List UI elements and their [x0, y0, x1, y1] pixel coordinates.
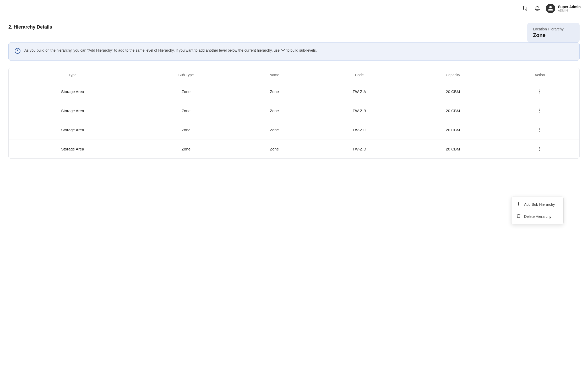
svg-point-6 [539, 112, 540, 112]
location-hierarchy-badge: Location Hierarchy Zone [527, 23, 580, 42]
action-menu-button[interactable] [535, 126, 545, 133]
main-content: Location Hierarchy Zone 2. Hierarchy Det… [0, 17, 588, 166]
badge-value: Zone [533, 32, 572, 38]
cell-sub-type: Zone [137, 101, 236, 120]
cell-code: TW-Z.B [313, 101, 406, 120]
svg-point-10 [539, 147, 540, 148]
info-text: As you build on the hierarchy, you can "… [24, 47, 317, 53]
svg-point-2 [539, 91, 540, 92]
table-row: Storage AreaZoneZoneTW-Z.A20 CBM [9, 82, 579, 101]
cell-action [500, 120, 579, 139]
svg-point-12 [539, 150, 540, 151]
col-type: Type [9, 68, 137, 82]
delete-hierarchy-item[interactable]: Delete Hierarchy [511, 210, 563, 223]
user-info: Super Admin ADMIN [546, 4, 581, 13]
user-name: Super Admin [558, 5, 581, 9]
cell-capacity: 20 CBM [406, 120, 500, 139]
cell-name: Zone [236, 120, 313, 139]
cell-action [500, 101, 579, 120]
cell-capacity: 20 CBM [406, 82, 500, 101]
trash-icon [516, 214, 521, 219]
svg-point-5 [539, 110, 540, 111]
cell-name: Zone [236, 82, 313, 101]
top-bar-icons: Super Admin ADMIN [521, 4, 581, 13]
action-menu-button[interactable] [535, 145, 545, 153]
info-box: As you build on the hierarchy, you can "… [8, 42, 580, 61]
person-icon [548, 6, 553, 11]
transfer-icon [522, 5, 528, 12]
bell-icon [534, 5, 541, 12]
transfer-icon-button[interactable] [521, 4, 529, 13]
cell-action [500, 82, 579, 101]
user-text: Super Admin ADMIN [558, 5, 581, 12]
svg-point-4 [539, 109, 540, 110]
hierarchy-table: Type Sub Type Name Code Capacity Action … [9, 68, 579, 158]
bell-icon-button[interactable] [533, 4, 542, 13]
col-code: Code [313, 68, 406, 82]
cell-action [500, 139, 579, 159]
cell-sub-type: Zone [137, 120, 236, 139]
col-name: Name [236, 68, 313, 82]
cell-name: Zone [236, 139, 313, 159]
top-bar: Super Admin ADMIN [0, 0, 588, 17]
cell-capacity: 20 CBM [406, 139, 500, 159]
svg-point-7 [539, 128, 540, 129]
add-icon [516, 202, 521, 207]
user-role: ADMIN [558, 9, 581, 12]
col-action: Action [500, 68, 579, 82]
badge-label: Location Hierarchy [533, 27, 572, 31]
cell-sub-type: Zone [137, 82, 236, 101]
svg-point-3 [539, 93, 540, 93]
action-menu-button[interactable] [535, 107, 545, 114]
cell-type: Storage Area [9, 82, 137, 101]
cell-code: TW-Z.D [313, 139, 406, 159]
cell-name: Zone [236, 101, 313, 120]
table-row: Storage AreaZoneZoneTW-Z.C20 CBM [9, 120, 579, 139]
cell-type: Storage Area [9, 120, 137, 139]
table-header-row: Type Sub Type Name Code Capacity Action [9, 68, 579, 82]
action-dropdown-menu: Add Sub Hierarchy Delete Hierarchy [511, 197, 564, 224]
add-sub-hierarchy-label: Add Sub Hierarchy [524, 202, 555, 207]
cell-code: TW-Z.C [313, 120, 406, 139]
delete-hierarchy-label: Delete Hierarchy [524, 214, 551, 219]
info-icon [14, 48, 21, 56]
cell-type: Storage Area [9, 139, 137, 159]
hierarchy-table-wrapper: Type Sub Type Name Code Capacity Action … [8, 68, 580, 159]
col-sub-type: Sub Type [137, 68, 236, 82]
svg-point-11 [539, 148, 540, 149]
cell-type: Storage Area [9, 101, 137, 120]
table-row: Storage AreaZoneZoneTW-Z.B20 CBM [9, 101, 579, 120]
col-capacity: Capacity [406, 68, 500, 82]
avatar [546, 4, 555, 13]
page-title: 2. Hierarchy Details [8, 24, 580, 30]
add-sub-hierarchy-item[interactable]: Add Sub Hierarchy [511, 198, 563, 210]
svg-point-8 [539, 129, 540, 130]
cell-sub-type: Zone [137, 139, 236, 159]
table-row: Storage AreaZoneZoneTW-Z.D20 CBM [9, 139, 579, 159]
cell-code: TW-Z.A [313, 82, 406, 101]
action-menu-button[interactable] [535, 88, 545, 95]
svg-point-1 [539, 90, 540, 90]
cell-capacity: 20 CBM [406, 101, 500, 120]
svg-point-9 [539, 131, 540, 132]
